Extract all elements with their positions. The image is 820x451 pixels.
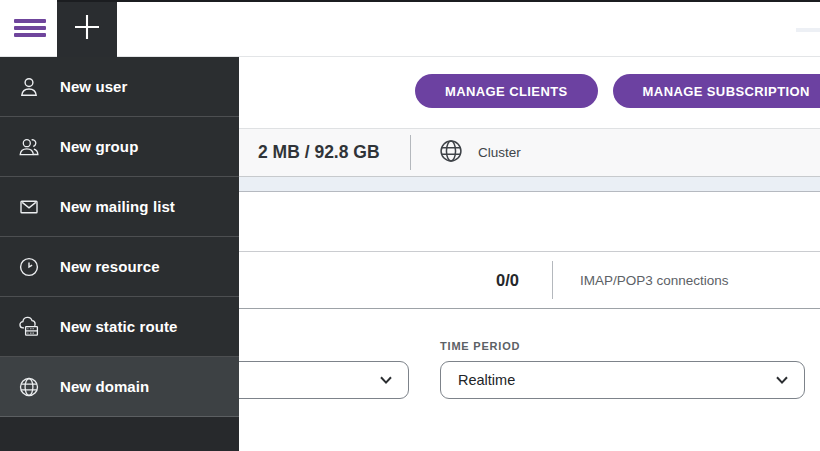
menu-item-label: New group [60, 138, 138, 155]
menu-icon [14, 19, 46, 23]
menu-item-new-resource[interactable]: New resource [0, 237, 239, 297]
plus-icon [72, 12, 102, 46]
menu-footer-area [0, 417, 239, 451]
action-buttons-row: MANAGE CLIENTS MANAGE SUBSCRIPTION [415, 74, 820, 108]
group-icon [17, 135, 41, 159]
menu-item-new-user[interactable]: New user [0, 57, 239, 117]
connections-label: IMAP/POP3 connections [580, 252, 729, 308]
app-window: MANAGE CLIENTS MANAGE SUBSCRIPTION 2 MB … [0, 0, 820, 451]
manage-clients-button[interactable]: MANAGE CLIENTS [415, 74, 598, 108]
menu-item-new-group[interactable]: New group [0, 117, 239, 177]
globe-icon [437, 137, 465, 169]
manage-subscription-button[interactable]: MANAGE SUBSCRIPTION [613, 74, 820, 108]
vertical-divider [552, 261, 553, 299]
menu-item-new-domain[interactable]: New domain [0, 357, 239, 417]
connections-count: 0/0 [496, 252, 519, 308]
time-period-value: Realtime [458, 372, 772, 388]
user-icon [17, 75, 41, 99]
menu-item-label: New resource [60, 258, 160, 275]
globe-icon [17, 375, 41, 399]
top-header [0, 0, 820, 57]
envelope-icon [17, 195, 41, 219]
scrollbar-fragment [796, 28, 820, 32]
new-item-menu: New user New group New mailing list [0, 57, 239, 451]
chevron-down-icon [772, 370, 792, 390]
clock-icon [17, 255, 41, 279]
time-period-dropdown[interactable]: Realtime [440, 361, 805, 399]
time-period-label: TIME PERIOD [440, 340, 520, 352]
menu-item-label: New static route [60, 318, 177, 335]
storage-usage: 2 MB / 92.8 GB [258, 129, 380, 176]
cloud-route-icon [17, 315, 41, 339]
chevron-down-icon [376, 370, 396, 390]
menu-item-new-static-route[interactable]: New static route [0, 297, 239, 357]
menu-item-new-mailing-list[interactable]: New mailing list [0, 177, 239, 237]
add-new-button[interactable] [57, 0, 117, 57]
vertical-divider [410, 135, 411, 170]
menu-item-label: New mailing list [60, 198, 175, 215]
menu-item-label: New user [60, 78, 128, 95]
menu-item-label: New domain [60, 378, 149, 395]
cluster-status: Cluster [437, 129, 521, 176]
top-border [57, 0, 820, 2]
cluster-label: Cluster [478, 145, 521, 160]
hamburger-menu-button[interactable] [14, 19, 46, 37]
